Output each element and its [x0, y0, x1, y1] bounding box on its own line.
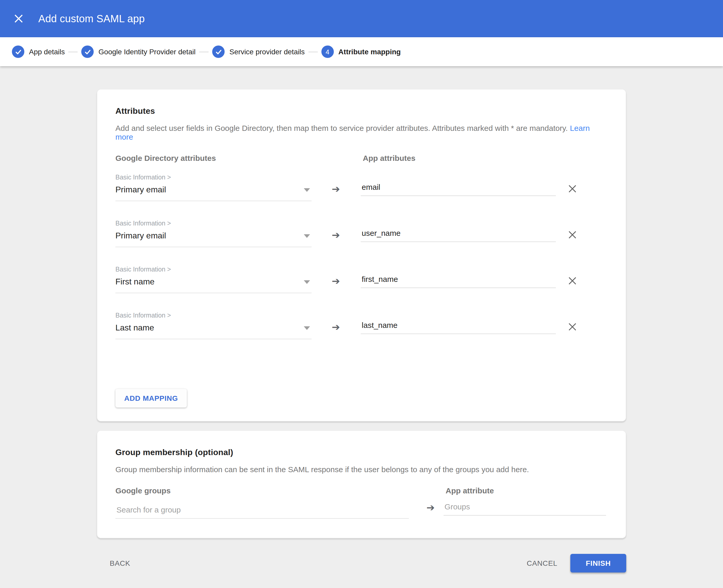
- step-app-details[interactable]: App details: [12, 45, 65, 58]
- step-label: Attribute mapping: [339, 47, 401, 56]
- step-connector: [200, 51, 209, 52]
- app-attribute-header: App attribute: [446, 486, 494, 495]
- add-mapping-button[interactable]: ADD MAPPING: [115, 389, 187, 407]
- groups-attribute-cell: [444, 502, 606, 516]
- group-column-headers: Google groups App attribute: [115, 486, 608, 495]
- remove-x-icon: [568, 230, 577, 239]
- arrow-right-icon: ➔: [426, 503, 435, 512]
- close-button[interactable]: [14, 14, 23, 23]
- step-complete-circle: [213, 45, 225, 58]
- remove-mapping-button[interactable]: [566, 275, 579, 287]
- group-mapping-row: ➔: [115, 502, 608, 519]
- dialog-title: Add custom SAML app: [38, 13, 145, 25]
- add-custom-saml-app-dialog: Add custom SAML app App details Google I…: [0, 0, 723, 588]
- arrow-right-icon: ➔: [332, 184, 340, 194]
- group-search-input[interactable]: [115, 505, 409, 519]
- step-label: Google Identity Provider details: [99, 47, 196, 56]
- attributes-card-title: Attributes: [115, 107, 608, 116]
- google-groups-header: Google groups: [115, 486, 446, 495]
- dropdown-arrow-icon: [304, 188, 310, 192]
- app-bar: Add custom SAML app: [0, 0, 723, 37]
- remove-x-icon: [568, 184, 577, 193]
- app-attribute-input[interactable]: [361, 321, 556, 334]
- app-attribute-input[interactable]: [361, 183, 556, 196]
- directory-attribute-value: Last name: [115, 323, 154, 333]
- step-label: App details: [29, 47, 65, 56]
- mapping-rows: Basic Information > Primary email ➔: [115, 174, 608, 339]
- remove-x-icon: [568, 322, 577, 332]
- groups-attribute-input[interactable]: [444, 502, 606, 516]
- select-value-line: Primary email: [115, 231, 312, 247]
- wizard-stepper: App details Google Identity Provider det…: [0, 37, 723, 66]
- mapping-column-headers: Google Directory attributes App attribut…: [115, 153, 608, 162]
- mapping-row: Basic Information > First name ➔: [115, 266, 608, 293]
- app-attribute-input[interactable]: [361, 275, 556, 288]
- remove-mapping-button[interactable]: [566, 229, 579, 241]
- attributes-description-text: Add and select user fields in Google Dir…: [115, 124, 568, 132]
- mapping-row: Basic Information > Last name ➔: [115, 312, 608, 339]
- directory-attribute-value: Primary email: [115, 185, 166, 194]
- step-number-circle: 4: [321, 45, 334, 58]
- finish-button[interactable]: FINISH: [570, 554, 626, 572]
- app-attribute-cell: [361, 229, 556, 242]
- cancel-button[interactable]: CANCEL: [527, 554, 557, 572]
- group-search-cell: [115, 505, 409, 519]
- attribute-category-label: Basic Information >: [115, 266, 312, 273]
- group-membership-card: Group membership (optional) Group member…: [97, 430, 626, 538]
- attribute-category-label: Basic Information >: [115, 174, 312, 181]
- directory-attribute-value: First name: [115, 277, 155, 287]
- app-attributes-header: App attributes: [363, 153, 415, 162]
- back-button[interactable]: BACK: [110, 554, 130, 572]
- step-service-provider-details[interactable]: Service provider details: [213, 45, 305, 58]
- dialog-footer: BACK CANCEL FINISH: [97, 554, 626, 572]
- attribute-category-label: Basic Information >: [115, 220, 312, 227]
- arrow-right-icon: ➔: [332, 322, 340, 332]
- dropdown-arrow-icon: [304, 280, 310, 284]
- google-directory-attributes-header: Google Directory attributes: [115, 153, 363, 162]
- attributes-card-description: Add and select user fields in Google Dir…: [115, 124, 608, 141]
- mapping-row: Basic Information > Primary email ➔: [115, 174, 608, 201]
- step-complete-circle: [81, 45, 94, 58]
- arrow-right-icon: ➔: [332, 276, 340, 286]
- dropdown-arrow-icon: [304, 234, 310, 238]
- directory-attribute-select[interactable]: Basic Information > First name: [115, 266, 312, 293]
- arrow-right-icon: ➔: [332, 230, 340, 240]
- remove-mapping-button[interactable]: [566, 321, 579, 333]
- step-connector: [308, 51, 318, 52]
- select-value-line: Last name: [115, 323, 312, 339]
- directory-attribute-select[interactable]: Basic Information > Primary email: [115, 220, 312, 247]
- attributes-card: Attributes Add and select user fields in…: [97, 89, 626, 421]
- select-value-line: Primary email: [115, 185, 312, 201]
- app-attribute-cell: [361, 275, 556, 288]
- directory-attribute-value: Primary email: [115, 231, 166, 240]
- attribute-category-label: Basic Information >: [115, 312, 312, 319]
- group-membership-description: Group membership information can be sent…: [115, 465, 608, 474]
- remove-mapping-button[interactable]: [566, 183, 579, 195]
- dialog-content: Attributes Add and select user fields in…: [0, 66, 723, 572]
- directory-attribute-select[interactable]: Basic Information > Last name: [115, 312, 312, 339]
- step-connector: [68, 51, 78, 52]
- close-icon: [14, 14, 23, 23]
- app-attribute-cell: [361, 321, 556, 334]
- remove-x-icon: [568, 276, 577, 286]
- app-attribute-cell: [361, 183, 556, 196]
- step-complete-circle: [12, 45, 24, 58]
- check-icon: [84, 48, 91, 55]
- check-icon: [15, 48, 21, 55]
- app-attribute-input[interactable]: [361, 229, 556, 242]
- select-value-line: First name: [115, 277, 312, 293]
- group-membership-title: Group membership (optional): [115, 448, 608, 457]
- step-label: Service provider details: [229, 47, 305, 56]
- directory-attribute-select[interactable]: Basic Information > Primary email: [115, 174, 312, 201]
- mapping-row: Basic Information > Primary email ➔: [115, 220, 608, 247]
- check-icon: [215, 48, 222, 55]
- dropdown-arrow-icon: [304, 326, 310, 330]
- step-attribute-mapping[interactable]: 4 Attribute mapping: [321, 45, 401, 58]
- step-google-idp-details[interactable]: Google Identity Provider details: [81, 45, 196, 58]
